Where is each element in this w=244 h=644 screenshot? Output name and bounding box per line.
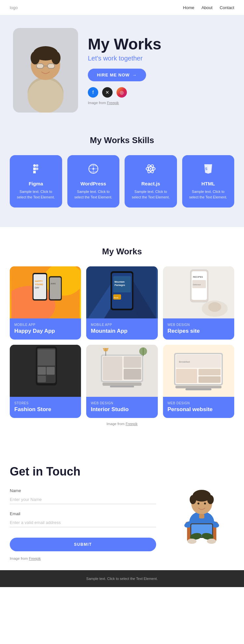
- works-credit-link[interactable]: Freepik: [126, 422, 138, 426]
- email-input[interactable]: [10, 518, 156, 527]
- svg-rect-78: [176, 369, 197, 383]
- works-credit: Image from Freepik: [10, 422, 234, 426]
- nav-about[interactable]: About: [201, 5, 212, 10]
- contact-section: Get in Touch Name Email SUBMIT Image fro…: [0, 445, 244, 570]
- svg-rect-8: [47, 64, 55, 68]
- works-section: My Works HAPPY YOUNG DAY JUNG: [0, 227, 244, 445]
- svg-point-22: [150, 168, 152, 170]
- svg-text:Breakfast: Breakfast: [179, 360, 190, 363]
- skill-html-name: HTML: [187, 181, 229, 186]
- skill-figma-name: Figma: [15, 181, 57, 186]
- name-field-group: Name: [10, 488, 156, 504]
- hero-subtitle: Let's work together: [88, 55, 231, 62]
- work-personal-info: WEB DESIGN Personal website: [163, 397, 234, 418]
- work-mountain-category: MOBILE APP: [91, 323, 153, 327]
- svg-rect-66: [124, 356, 141, 368]
- svg-rect-13: [36, 164, 38, 167]
- svg-point-102: [207, 539, 216, 544]
- svg-rect-60: [47, 367, 55, 375]
- work-interior[interactable]: WEB DESIGN Interior Studio: [86, 345, 157, 418]
- footer-text: Sample text. Click to select the Text El…: [7, 577, 237, 581]
- svg-rect-65: [103, 356, 122, 380]
- hero-credit: Image from Freepik: [88, 101, 231, 105]
- work-happy-title: Happy Day App: [14, 328, 76, 334]
- svg-text:RECIPES: RECIPES: [193, 276, 203, 278]
- skill-react: React.js Sample text. Click to select th…: [125, 155, 177, 208]
- svg-point-95: [207, 495, 214, 504]
- hero-heading: My Works: [88, 36, 231, 53]
- nav-contact[interactable]: Contact: [220, 5, 234, 10]
- svg-rect-83: [185, 388, 211, 390]
- skill-react-name: React.js: [130, 181, 172, 186]
- work-fashion-title: Fashion Store: [14, 406, 76, 413]
- skill-figma: Figma Sample text. Click to select the T…: [10, 155, 62, 208]
- svg-point-97: [204, 503, 206, 504]
- work-personal-category: WEB DESIGN: [168, 401, 230, 405]
- svg-point-69: [139, 347, 147, 355]
- svg-rect-12: [33, 171, 36, 173]
- contact-title: Get in Touch: [10, 465, 156, 478]
- svg-point-101: [187, 539, 197, 544]
- contact-credit-link[interactable]: Freepik: [29, 557, 41, 560]
- skill-figma-desc: Sample text. Click to select the Text El…: [15, 189, 57, 200]
- work-mountain-info: MOBILE APP Mountain App: [86, 318, 157, 340]
- name-input[interactable]: [10, 495, 156, 504]
- wordpress-icon: [73, 163, 115, 178]
- svg-point-2: [28, 79, 63, 113]
- hero-image: [13, 28, 78, 113]
- arrow-icon: →: [132, 73, 137, 77]
- hero-content: My Works Let's work together HIRE ME NOW…: [88, 36, 231, 105]
- submit-button[interactable]: SUBMIT: [10, 538, 156, 551]
- svg-rect-61: [38, 376, 46, 382]
- contact-illustration: [169, 465, 234, 549]
- instagram-icon[interactable]: ◎: [116, 87, 127, 98]
- work-fashion[interactable]: STORES Fashion Store: [10, 345, 81, 418]
- svg-point-6: [51, 51, 61, 64]
- svg-point-96: [197, 503, 199, 504]
- nav-home[interactable]: Home: [183, 5, 195, 10]
- works-title: My Works: [10, 247, 234, 257]
- svg-rect-98: [199, 514, 204, 518]
- svg-rect-59: [38, 367, 46, 375]
- work-recipes-category: WEB DESIGN: [168, 323, 230, 327]
- svg-text:Delicious: Delicious: [193, 284, 201, 286]
- work-happy-category: MOBILE APP: [14, 323, 76, 327]
- svg-point-94: [190, 495, 196, 504]
- work-recipes-title: Recipes site: [168, 328, 230, 334]
- name-label: Name: [10, 488, 156, 493]
- work-recipes[interactable]: RECIPES Delicious WEB DESIGN Recipes sit…: [163, 266, 234, 340]
- react-icon: [130, 163, 172, 178]
- skills-title: My Works Skills: [10, 135, 234, 145]
- work-mountain-title: Mountain App: [91, 328, 153, 334]
- work-fashion-info: STORES Fashion Store: [10, 397, 81, 418]
- nav-links: Home About Contact: [183, 5, 234, 10]
- facebook-icon[interactable]: f: [88, 87, 98, 98]
- skill-react-desc: Sample text. Click to select the Text El…: [130, 189, 172, 200]
- svg-rect-73: [110, 386, 134, 387]
- svg-rect-82: [175, 386, 222, 388]
- svg-point-5: [31, 51, 40, 64]
- twitter-icon[interactable]: ✕: [102, 87, 113, 98]
- svg-rect-11: [33, 168, 36, 170]
- social-links: f ✕ ◎: [88, 87, 231, 98]
- work-happy-day[interactable]: HAPPY YOUNG DAY JUNG MOBILE APP Happy Da…: [10, 266, 81, 340]
- skills-section: My Works Skills Figma Sample text. Click…: [0, 119, 244, 227]
- skills-grid: Figma Sample text. Click to select the T…: [10, 155, 234, 208]
- svg-text:YOUNG: YOUNG: [35, 283, 43, 286]
- skill-wp-name: WordPress: [73, 181, 115, 186]
- hero-section: My Works Let's work together HIRE ME NOW…: [0, 15, 244, 119]
- navbar: logo Home About Contact: [0, 0, 244, 15]
- svg-text:Packages: Packages: [115, 284, 125, 287]
- work-interior-info: WEB DESIGN Interior Studio: [86, 397, 157, 418]
- hire-btn-label: HIRE ME NOW: [97, 73, 130, 77]
- work-recipes-info: WEB DESIGN Recipes site: [163, 318, 234, 340]
- svg-text:5: 5: [205, 167, 207, 171]
- svg-rect-67: [124, 369, 141, 380]
- skill-wp-desc: Sample text. Click to select the Text El…: [73, 189, 115, 200]
- svg-rect-35: [50, 277, 61, 299]
- work-personal[interactable]: Breakfast WEB DESIGN Personal website: [163, 345, 234, 418]
- work-fashion-category: STORES: [14, 401, 76, 405]
- hero-credit-link[interactable]: Freepik: [107, 101, 119, 105]
- work-mountain[interactable]: Mountain Packages Book MOBILE APP Mounta…: [86, 266, 157, 340]
- hire-me-button[interactable]: HIRE ME NOW →: [88, 69, 146, 81]
